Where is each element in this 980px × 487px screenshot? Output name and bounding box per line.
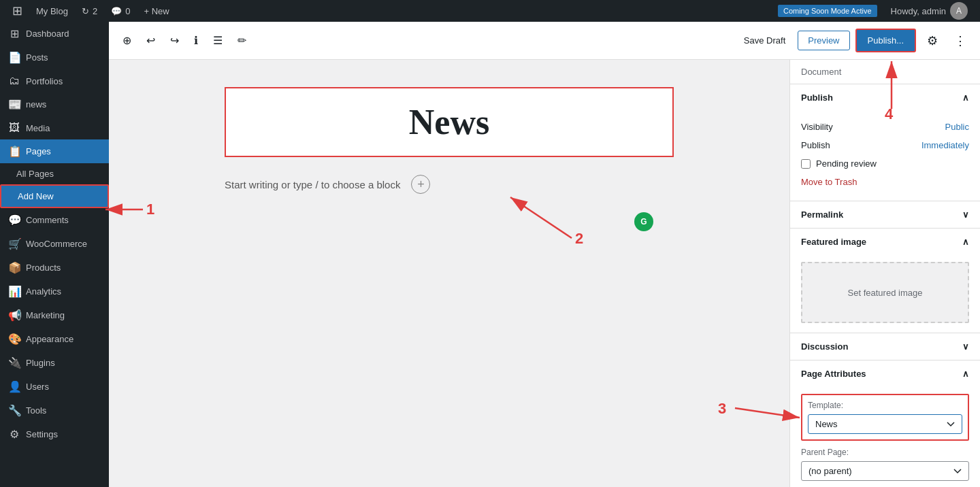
sidebar-label-comments: Comments [26, 215, 69, 225]
publish-section-body: Visibility Public Publish Immediately Pe… [790, 111, 980, 201]
update-icon: ↻ [82, 6, 89, 16]
sidebar-item-dashboard[interactable]: ⊞ Dashboard [0, 22, 109, 46]
info-icon: ℹ [194, 34, 198, 47]
sidebar-item-products[interactable]: 📦 Products [0, 256, 109, 280]
sidebar-item-add-new[interactable]: Add New [0, 184, 109, 208]
plugins-icon: 🔌 [8, 356, 20, 369]
discussion-title: Discussion [801, 341, 848, 352]
sidebar-label-tools: Tools [26, 405, 46, 416]
sidebar-label-analytics: Analytics [26, 286, 61, 297]
woocommerce-icon: 🛒 [8, 237, 20, 250]
marketing-icon: 📢 [8, 309, 20, 322]
media-icon: 🖼 [8, 122, 20, 134]
settings-toggle-button[interactable]: ⚙ [921, 29, 943, 52]
tools-icon: 🔧 [8, 404, 20, 417]
adminbar-howdy[interactable]: Howdy, admin A [884, 2, 975, 20]
sidebar-item-portfolios[interactable]: 🗂 Portfolios [0, 69, 109, 93]
list-view-icon: ☰ [213, 34, 223, 47]
portfolios-icon: 🗂 [8, 75, 20, 87]
list-view-button[interactable]: ☰ [208, 30, 228, 51]
editor-area: ⊕ ↩ ↪ ℹ ☰ ✏ Save Draft Preview Publish..… [109, 22, 980, 487]
sidebar-item-pages[interactable]: 📋 Pages [0, 139, 109, 163]
add-block-inline-button[interactable]: + [411, 175, 430, 194]
coming-soon-badge[interactable]: Coming Soon Mode Active [778, 5, 877, 17]
document-tab-label: Document [801, 67, 841, 77]
featured-image-section-header[interactable]: Featured image [790, 229, 980, 255]
adminbar-site-name[interactable]: My Blog [29, 0, 75, 22]
sidebar-item-news[interactable]: 📰 news [0, 93, 109, 116]
sidebar-item-media[interactable]: 🖼 Media [0, 116, 109, 139]
sidebar-item-marketing[interactable]: 📢 Marketing [0, 303, 109, 327]
add-block-button[interactable]: ⊕ [117, 30, 137, 51]
permalink-section-header[interactable]: Permalink [790, 201, 980, 228]
editor-topbar: ⊕ ↩ ↪ ℹ ☰ ✏ Save Draft Preview Publish..… [109, 22, 980, 60]
sidebar-label-settings: Settings [26, 429, 58, 439]
permalink-title: Permalink [801, 209, 843, 220]
sidebar-label-products: Products [26, 263, 61, 273]
sidebar-item-comments[interactable]: 💬 Comments [0, 208, 109, 232]
featured-image-chevron-up [962, 237, 969, 247]
document-tab[interactable]: Document [790, 60, 980, 84]
pending-review-checkbox[interactable] [801, 159, 811, 169]
sidebar-label-posts: Posts [26, 52, 48, 63]
publish-section-header[interactable]: Publish [790, 84, 980, 111]
page-attributes-highlight: Template: News Default Template Full Wid… [801, 394, 969, 441]
sidebar-item-settings[interactable]: ⚙ Settings [0, 422, 109, 446]
posts-icon: 📄 [8, 51, 20, 64]
preview-button[interactable]: Preview [798, 31, 849, 50]
sidebar-item-all-pages[interactable]: All Pages [0, 163, 109, 184]
editor-body-area[interactable]: Start writing or type / to choose a bloc… [225, 168, 674, 201]
sidebar-label-plugins: Plugins [26, 358, 55, 368]
right-panel: Document Publish Visibility Public [789, 60, 980, 487]
publish-row: Publish Immediately [801, 136, 969, 154]
adminbar-new[interactable]: + New [137, 0, 176, 22]
page-title-block[interactable]: News [225, 87, 674, 157]
set-featured-image-label: Set featured image [848, 288, 923, 298]
adminbar-comments[interactable]: 💬 0 [104, 0, 137, 22]
info-button[interactable]: ℹ [189, 30, 203, 51]
featured-image-body: Set featured image [790, 255, 980, 333]
tools-button[interactable]: ✏ [232, 30, 252, 51]
adminbar-wp-logo[interactable]: ⊞ [5, 0, 29, 22]
template-select[interactable]: News Default Template Full Width [808, 414, 962, 434]
admin-bar: ⊞ My Blog ↻ 2 💬 0 + New Coming Soon Mode… [0, 0, 980, 22]
publish-section: Publish Visibility Public Publish Immedi… [790, 84, 980, 201]
add-new-label: Add New [18, 191, 54, 201]
pending-row: Pending review [801, 154, 969, 173]
publish-button[interactable]: Publish... [855, 29, 916, 52]
sidebar-item-users[interactable]: 👤 Users [0, 375, 109, 399]
sidebar-label-pages: Pages [26, 146, 51, 156]
more-options-button[interactable]: ⋮ [949, 29, 972, 52]
publish-value[interactable]: Immediately [921, 140, 969, 150]
pencil-icon: ✏ [238, 34, 246, 47]
page-title[interactable]: News [409, 102, 489, 142]
redo-button[interactable]: ↪ [165, 30, 184, 51]
visibility-value[interactable]: Public [945, 122, 969, 132]
news-icon: 📰 [8, 98, 20, 111]
adminbar-updates[interactable]: ↻ 2 [75, 0, 104, 22]
sidebar-item-appearance[interactable]: 🎨 Appearance [0, 327, 109, 351]
visibility-label: Visibility [801, 122, 833, 132]
sidebar-item-woocommerce[interactable]: 🛒 WooCommerce [0, 232, 109, 256]
discussion-section: Discussion [790, 333, 980, 360]
sidebar-item-posts[interactable]: 📄 Posts [0, 46, 109, 69]
sidebar-label-marketing: Marketing [26, 310, 65, 320]
discussion-chevron-down [962, 341, 969, 352]
page-attributes-section-header[interactable]: Page Attributes [790, 360, 980, 387]
body-placeholder: Start writing or type / to choose a bloc… [225, 179, 400, 190]
sidebar-item-analytics[interactable]: 📊 Analytics [0, 280, 109, 303]
sidebar-item-plugins[interactable]: 🔌 Plugins [0, 351, 109, 375]
parent-page-select[interactable]: (no parent) [801, 461, 969, 481]
redo-icon: ↪ [170, 34, 179, 47]
set-featured-image-button[interactable]: Set featured image [801, 262, 969, 323]
users-icon: 👤 [8, 380, 20, 393]
editor-content[interactable]: News Start writing or type / to choose a… [109, 60, 789, 487]
undo-button[interactable]: ↩ [141, 30, 161, 51]
sidebar-item-tools[interactable]: 🔧 Tools [0, 399, 109, 422]
parent-page-label: Parent Page: [801, 448, 969, 457]
move-to-trash-link[interactable]: Move to Trash [801, 173, 857, 191]
pending-review-label: Pending review [816, 158, 877, 169]
save-draft-button[interactable]: Save Draft [737, 31, 792, 50]
discussion-section-header[interactable]: Discussion [790, 333, 980, 360]
appearance-icon: 🎨 [8, 333, 20, 346]
